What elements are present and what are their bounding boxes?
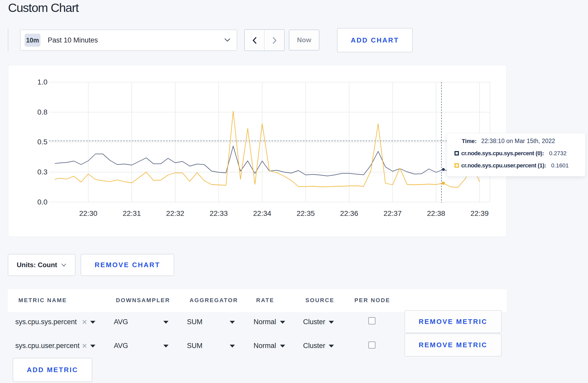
- svg-text:22:39: 22:39: [471, 209, 489, 217]
- svg-text:0.5: 0.5: [37, 138, 47, 146]
- svg-text:22:33: 22:33: [210, 209, 228, 217]
- svg-text:22:30: 22:30: [79, 209, 97, 217]
- svg-text:0.3: 0.3: [37, 168, 47, 176]
- svg-text:0.8: 0.8: [37, 108, 47, 116]
- svg-text:22:37: 22:37: [383, 209, 402, 217]
- svg-text:22:36: 22:36: [340, 209, 358, 217]
- svg-text:22:35: 22:35: [297, 209, 315, 217]
- svg-text:22:32: 22:32: [166, 209, 184, 217]
- svg-text:22:38: 22:38: [427, 209, 445, 217]
- svg-text:22:31: 22:31: [123, 209, 141, 217]
- svg-text:22:34: 22:34: [253, 209, 271, 217]
- svg-text:1.0: 1.0: [37, 78, 47, 86]
- svg-text:0.0: 0.0: [37, 198, 47, 206]
